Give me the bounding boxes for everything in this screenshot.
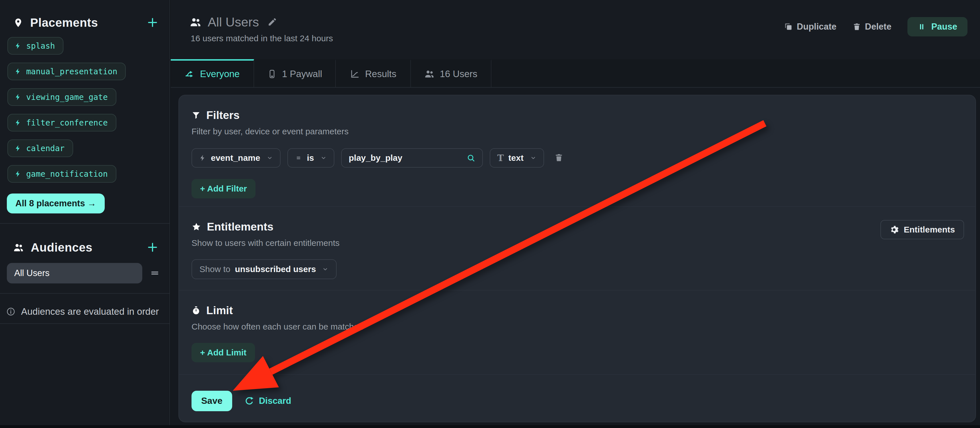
placement-pill[interactable]: calendar xyxy=(7,140,73,157)
chevron-down-icon xyxy=(320,154,327,161)
entitlements-section: Entitlements Show to users with certain … xyxy=(179,206,975,290)
entitlements-settings-button[interactable]: Entitlements xyxy=(880,220,964,239)
placement-label: calendar xyxy=(26,144,65,153)
limit-title-row: Limit xyxy=(191,291,963,317)
audience-title-row: All Users xyxy=(189,15,277,30)
pause-label: Pause xyxy=(931,22,957,32)
tab-users[interactable]: 16 Users xyxy=(411,59,492,87)
content-area: Filters Filter by user, device or event … xyxy=(171,88,980,425)
sidebar-divider xyxy=(0,323,170,324)
placement-label: viewing_game_gate xyxy=(26,92,108,102)
edit-title-button[interactable] xyxy=(267,17,277,28)
placement-label: manual_presentation xyxy=(26,67,117,76)
trash-icon xyxy=(853,22,861,31)
tab-label: 16 Users xyxy=(440,68,477,80)
show-to-label: Show to xyxy=(199,264,230,274)
info-icon xyxy=(6,307,15,316)
search-icon xyxy=(466,153,476,162)
placement-pill[interactable]: viewing_game_gate xyxy=(7,88,116,106)
header-actions: Duplicate Delete Pause xyxy=(784,16,967,37)
refresh-icon xyxy=(244,396,255,406)
equals-icon xyxy=(295,154,302,162)
filter-operator-value: is xyxy=(307,153,314,163)
drag-handle-icon[interactable] xyxy=(150,268,160,279)
placement-pill[interactable]: splash xyxy=(7,37,64,55)
audiences-header: Audiences xyxy=(0,224,170,255)
chevron-down-icon xyxy=(322,266,329,273)
type-text-icon: T xyxy=(497,154,504,162)
entitlements-settings-label: Entitlements xyxy=(904,225,955,234)
filters-section: Filters Filter by user, device or event … xyxy=(179,95,975,206)
filter-value-text: play_by_play xyxy=(348,153,402,163)
users-icon xyxy=(424,69,434,79)
placement-pill[interactable]: manual_presentation xyxy=(7,63,126,80)
phone-icon xyxy=(267,69,277,79)
tab-label: Results xyxy=(365,68,396,80)
pause-icon xyxy=(918,23,926,31)
bolt-icon xyxy=(14,119,22,126)
tabbar: Everyone 1 Paywall Results 16 Users xyxy=(171,59,980,88)
placement-pill[interactable]: filter_conference xyxy=(7,114,116,132)
tab-paywall[interactable]: 1 Paywall xyxy=(254,59,336,87)
matched-users-subtitle: 16 users matched in the last 24 hours xyxy=(191,33,333,43)
timer-icon xyxy=(191,306,200,315)
audience-row: All Users xyxy=(0,255,170,283)
filter-field-dropdown[interactable]: event_name xyxy=(191,148,280,168)
audiences-title: Audiences xyxy=(31,241,140,255)
delete-filter-button[interactable] xyxy=(554,153,563,163)
chevron-down-icon xyxy=(266,154,273,161)
audience-config-card: Filters Filter by user, device or event … xyxy=(178,95,976,422)
entitlements-title: Entitlements xyxy=(207,221,274,233)
all-placements-button[interactable]: All 8 placements → xyxy=(7,194,105,213)
bottom-strip xyxy=(0,425,980,428)
filters-title: Filters xyxy=(206,109,240,121)
add-placement-button[interactable] xyxy=(146,16,159,30)
filter-operator-dropdown[interactable]: is xyxy=(287,148,334,168)
copy-icon xyxy=(784,22,793,31)
tab-everyone[interactable]: Everyone xyxy=(171,59,254,87)
placement-pill[interactable]: game_notification xyxy=(7,165,116,183)
bolt-icon xyxy=(14,42,22,49)
placement-label: splash xyxy=(26,41,55,51)
pin-icon xyxy=(13,18,23,28)
bolt-icon xyxy=(199,154,206,162)
duplicate-button[interactable]: Duplicate xyxy=(784,22,837,32)
filter-type-dropdown[interactable]: T text xyxy=(490,148,544,168)
tab-label: 1 Paywall xyxy=(282,68,322,80)
filter-value-input[interactable]: play_by_play xyxy=(341,148,483,168)
page-title: All Users xyxy=(208,15,259,30)
tab-results[interactable]: Results xyxy=(336,59,411,87)
split-icon xyxy=(185,69,195,79)
audience-item-all-users[interactable]: All Users xyxy=(7,263,142,283)
entitlements-title-row: Entitlements xyxy=(191,207,963,233)
users-icon xyxy=(189,16,202,28)
discard-button[interactable]: Discard xyxy=(244,396,291,406)
gear-icon xyxy=(889,225,899,234)
bolt-icon xyxy=(14,145,22,152)
entitlements-subtitle: Show to users with certain entitlements xyxy=(191,238,963,248)
filters-title-row: Filters xyxy=(191,95,963,121)
filter-row: event_name is play_by_play T text xyxy=(191,148,963,168)
add-limit-button[interactable]: + Add Limit xyxy=(191,343,255,362)
placement-label: game_notification xyxy=(26,169,108,179)
save-button[interactable]: Save xyxy=(191,391,232,411)
show-to-dropdown[interactable]: Show to unsubscribed users xyxy=(191,259,337,279)
bolt-icon xyxy=(14,68,22,75)
audience-label: All Users xyxy=(14,268,49,278)
add-filter-button[interactable]: + Add Filter xyxy=(191,179,256,198)
audiences-note: Audiences are evaluated in order xyxy=(0,294,170,317)
star-icon xyxy=(191,222,201,232)
bolt-icon xyxy=(14,170,22,178)
audiences-note-text: Audiences are evaluated in order xyxy=(21,306,159,317)
audience-header: All Users 16 users matched in the last 2… xyxy=(171,0,980,59)
pause-button[interactable]: Pause xyxy=(907,17,967,37)
delete-button[interactable]: Delete xyxy=(853,22,891,32)
show-to-value: unsubscribed users xyxy=(235,264,316,274)
placements-title: Placements xyxy=(30,16,140,30)
filter-type-value: text xyxy=(509,153,523,163)
filter-field-value: event_name xyxy=(211,153,260,163)
duplicate-label: Duplicate xyxy=(797,22,837,32)
add-audience-button[interactable] xyxy=(146,241,159,255)
chevron-down-icon xyxy=(530,154,537,161)
placement-label: filter_conference xyxy=(26,118,108,127)
